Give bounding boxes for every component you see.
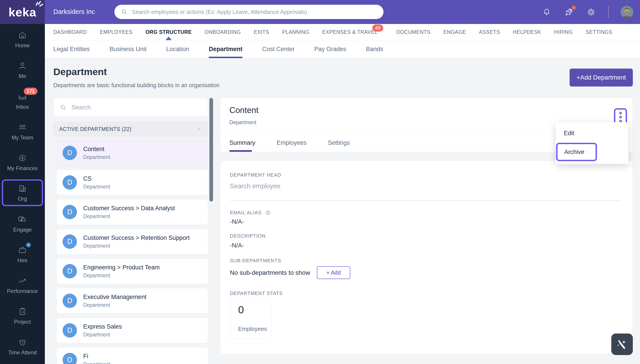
people-icon	[18, 122, 27, 132]
department-type: Department	[83, 243, 190, 249]
description-value: -N/A-	[230, 242, 244, 249]
app-sidebar: keka Home Me 171 Inbox	[0, 0, 45, 364]
topbar-divider	[608, 6, 608, 18]
sidebar-item-project[interactable]: Project	[0, 300, 45, 331]
sidebar-item-hire[interactable]: Hire	[0, 239, 45, 270]
department-avatar: D	[63, 294, 77, 308]
search-icon	[60, 104, 67, 111]
sidebar-item-inbox[interactable]: 171 Inbox	[0, 86, 45, 116]
active-departments-header[interactable]: ACTIVE DEPARTMENTS (22)	[53, 122, 208, 136]
sidebar-item-label: Performance	[7, 288, 38, 294]
department-actions-menu: Edit Archive	[556, 122, 628, 164]
sidebar-item-time-attend[interactable]: Time Attend	[0, 331, 45, 362]
magic-wand-icon	[616, 338, 628, 350]
nav-assets[interactable]: ASSETS	[479, 24, 500, 40]
tab-location[interactable]: Location	[166, 40, 189, 58]
department-item-cs-retention[interactable]: D Customer Success > Retention Support D…	[57, 229, 208, 254]
tab-cost-center[interactable]: Cost Center	[262, 40, 294, 58]
nav-engage[interactable]: ENGAGE	[443, 24, 466, 40]
department-avatar: D	[63, 146, 77, 160]
department-item-engineering-product[interactable]: D Engineering > Product Team Department	[57, 258, 208, 284]
briefcase-icon	[18, 245, 27, 255]
keka-logo-text: keka	[9, 6, 36, 19]
search-icon	[121, 8, 128, 16]
sidebar-item-my-finances[interactable]: $ My Finances	[0, 147, 45, 178]
department-item-partial[interactable]: D Fi Department	[57, 347, 208, 364]
nav-helpdesk[interactable]: HELPDESK	[513, 24, 541, 40]
add-department-button[interactable]: +Add Department	[569, 68, 633, 86]
add-sub-department-button[interactable]: + Add	[317, 266, 350, 279]
nav-expenses-travel[interactable]: EXPENSES & TRAVEL 48	[322, 24, 377, 40]
department-head-search-input[interactable]	[230, 182, 619, 190]
department-item-cs-data-analyst[interactable]: D Customer Success > Data Analyst Depart…	[57, 199, 208, 225]
sidebar-item-label: Engage	[13, 226, 32, 233]
employees-stat-value: 0	[238, 304, 244, 316]
svg-text:$: $	[21, 156, 23, 160]
chat-icon	[18, 214, 27, 224]
nav-dashboard[interactable]: DASHBOARD	[53, 24, 87, 40]
bell-icon[interactable]	[542, 7, 552, 17]
sidebar-item-org[interactable]: Org	[2, 179, 43, 206]
tab-employees[interactable]: Employees	[277, 134, 307, 152]
description-label: DESCRIPTION	[230, 233, 266, 239]
tab-department[interactable]: Department	[209, 40, 242, 58]
department-name: Fi	[83, 353, 110, 360]
department-item-cs[interactable]: D CS Department	[57, 170, 208, 195]
alarm-clock-icon	[18, 337, 27, 347]
tab-summary[interactable]: Summary	[229, 134, 255, 152]
department-list-panel: ACTIVE DEPARTMENTS (22) D Content Depart…	[53, 98, 213, 364]
org-structure-subnav: Legal Entities Business Unit Location De…	[45, 40, 640, 58]
tab-pay-grades[interactable]: Pay Grades	[314, 40, 346, 58]
sidebar-item-my-team[interactable]: My Team	[0, 116, 45, 147]
hire-notification-dot	[26, 242, 31, 248]
department-name: Express Sales	[83, 323, 122, 330]
sidebar-item-label: Time Attend	[8, 350, 37, 356]
nav-planning[interactable]: PLANNING	[282, 24, 309, 40]
person-icon	[18, 61, 27, 71]
department-item-content[interactable]: D Content Department	[57, 140, 208, 166]
sidebar-item-me[interactable]: Me	[0, 55, 45, 86]
main-nav: DASHBOARD EMPLOYEES ORG STRUCTURE ONBOAR…	[45, 24, 640, 40]
gear-icon[interactable]	[586, 7, 596, 17]
department-type: Department	[83, 214, 175, 220]
global-search-input[interactable]	[132, 9, 377, 15]
department-avatar: D	[63, 264, 77, 278]
global-search[interactable]	[114, 5, 383, 19]
info-icon[interactable]	[265, 209, 271, 216]
nav-exits[interactable]: EXITS	[254, 24, 269, 40]
department-search[interactable]	[53, 98, 208, 117]
keka-logo[interactable]: keka	[0, 0, 45, 24]
company-name: Darksiders Inc	[53, 8, 95, 16]
menu-item-archive[interactable]: Archive	[564, 145, 584, 159]
sidebar-item-performance[interactable]: Performance	[0, 270, 45, 300]
tab-bands[interactable]: Bands	[366, 40, 383, 58]
department-item-executive-management[interactable]: D Executive Management Department	[57, 288, 208, 314]
nav-org-structure[interactable]: ORG STRUCTURE	[146, 24, 192, 40]
sidebar-item-home[interactable]: Home	[0, 24, 45, 55]
dollar-icon: $	[18, 153, 27, 163]
page-subtitle: Departments are basic functional buildin…	[53, 82, 220, 88]
tab-settings[interactable]: Settings	[328, 134, 350, 152]
nav-employees[interactable]: EMPLOYEES	[100, 24, 133, 40]
nav-documents[interactable]: DOCUMENTS	[396, 24, 430, 40]
department-search-input[interactable]	[72, 104, 202, 111]
tab-legal-entities[interactable]: Legal Entities	[53, 40, 90, 58]
sidebar-item-label: My Team	[12, 134, 34, 141]
department-item-express-sales[interactable]: D Express Sales Department	[57, 318, 208, 343]
list-scrollbar[interactable]	[209, 98, 213, 202]
department-type: Department	[83, 154, 110, 160]
nav-settings[interactable]: SETTINGS	[586, 24, 612, 40]
rocket-icon[interactable]	[564, 7, 574, 17]
department-stats-label: DEPARTMENT STATS	[230, 290, 283, 296]
nav-hiring[interactable]: HIRING	[554, 24, 573, 40]
department-head-label: DEPARTMENT HEAD	[230, 172, 281, 178]
user-avatar[interactable]	[621, 6, 633, 18]
department-name: CS	[83, 175, 110, 182]
sidebar-item-engage[interactable]: Engage	[0, 208, 45, 239]
magic-wand-button[interactable]	[611, 334, 633, 355]
department-avatar: D	[63, 205, 77, 219]
nav-onboarding[interactable]: ONBOARDING	[205, 24, 241, 40]
tab-business-unit[interactable]: Business Unit	[110, 40, 147, 58]
department-name: Customer Success > Retention Support	[83, 234, 190, 242]
menu-item-edit[interactable]: Edit	[556, 126, 628, 140]
